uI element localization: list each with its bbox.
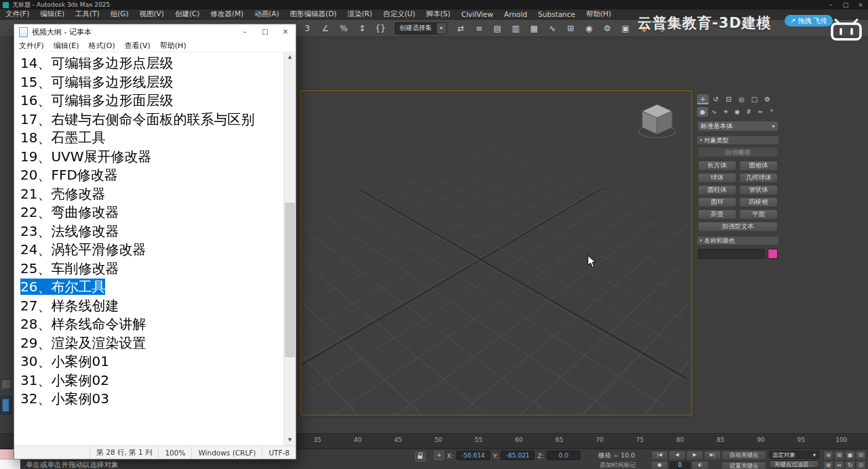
time-configuration-button[interactable]: ◐ — [692, 461, 709, 469]
schematic-view-icon[interactable]: ⊞ — [564, 22, 578, 35]
x-coordinate-field[interactable]: -50.614 — [456, 451, 490, 460]
object-type-button[interactable]: 平面 — [739, 209, 778, 220]
menu-item[interactable]: 帮助(H) — [580, 9, 616, 19]
rollout-collapse-icon[interactable]: ▾ — [700, 238, 703, 243]
menu-item[interactable]: 视图(V) — [134, 9, 170, 19]
previous-frame-button[interactable]: ◀ — [669, 451, 686, 460]
percent-snap-icon[interactable]: % — [336, 22, 351, 35]
object-name-field[interactable] — [698, 249, 765, 259]
set-key-button[interactable]: 设置关键点 — [722, 462, 766, 469]
maximize-viewport-icon[interactable]: ⊡ — [856, 461, 866, 469]
perspective-viewport[interactable] — [300, 90, 692, 415]
modify-tab-icon[interactable]: ↺ — [710, 94, 722, 104]
name-color-rollout-header[interactable]: ▾ 名称和颜色 — [697, 237, 778, 245]
menu-item[interactable]: 图形编辑器(D) — [285, 9, 342, 19]
notepad-scrollbar[interactable]: ▲ ▼ — [283, 52, 296, 445]
play-button[interactable]: ▶ — [686, 451, 703, 460]
motion-tab-icon[interactable]: ◎ — [736, 94, 747, 104]
left-rail-icon[interactable] — [1, 380, 11, 389]
zoom-extents-all-icon[interactable]: ⊟ — [856, 451, 866, 460]
menu-item[interactable]: 创建(C) — [170, 9, 205, 19]
menu-item[interactable]: 修改器(M) — [205, 9, 249, 19]
edit-named-selection-sets-icon[interactable]: {} — [373, 22, 388, 35]
transform-type-in-icon[interactable]: + — [434, 451, 444, 460]
primitive-type-dropdown[interactable]: 标准基本体 ▾ — [697, 121, 778, 131]
angle-snap-icon[interactable]: ∠ — [318, 22, 333, 35]
current-frame-field[interactable]: 0 — [669, 461, 691, 469]
named-selection-set-combo[interactable]: 创建选择集 ▾ — [395, 22, 447, 35]
notepad-menu-item[interactable]: 格式(O) — [83, 41, 119, 51]
object-type-button[interactable]: 球体 — [698, 173, 736, 183]
chevron-down-icon[interactable]: ▾ — [813, 451, 816, 459]
notepad-text-area[interactable]: 14、可编辑多边形点层级15、可编辑多边形线层级16、可编辑多边形面层级17、右… — [14, 52, 284, 445]
spinner-snap-icon[interactable]: ↕ — [355, 22, 370, 35]
z-coordinate-field[interactable]: 0.0 — [547, 451, 580, 460]
autogrid-toggle[interactable]: 自动栅格 — [698, 147, 778, 157]
pan-icon[interactable]: ⇔ — [834, 461, 844, 469]
object-type-button[interactable]: 长方体 — [698, 161, 736, 171]
mini-listener-script-row[interactable] — [0, 460, 20, 469]
auto-key-button[interactable]: 自动关键点 — [722, 451, 766, 460]
helpers-category-icon[interactable]: # — [743, 107, 754, 117]
systems-category-icon[interactable]: * — [766, 107, 777, 117]
create-tab-icon[interactable]: + — [697, 94, 709, 104]
shapes-category-icon[interactable]: ∿ — [709, 107, 719, 117]
object-type-button[interactable]: 圆锥体 — [739, 161, 778, 171]
textplus-button[interactable]: 加强型文本 — [698, 222, 778, 232]
y-coordinate-field[interactable]: -85.021 — [500, 451, 534, 460]
orbit-icon[interactable]: ↻ — [845, 461, 855, 469]
go-to-start-button[interactable]: |◀ — [651, 451, 668, 460]
go-to-end-button[interactable]: ▶| — [704, 451, 721, 460]
snaps-toggle-3d-icon[interactable]: 3 — [300, 22, 315, 35]
chevron-down-icon[interactable]: ▾ — [769, 123, 778, 129]
scene-explorer-icon[interactable]: ▤ — [490, 22, 505, 35]
maximize-button[interactable]: □ — [838, 0, 853, 9]
chevron-down-icon[interactable]: ▾ — [436, 23, 446, 34]
layer-explorer-icon[interactable]: ▥ — [509, 22, 524, 35]
maximize-button[interactable]: □ — [255, 24, 275, 39]
menu-item[interactable]: 工具(T) — [70, 9, 105, 19]
upload-pill-button[interactable]: ↗ 拖拽 飞传 — [785, 15, 833, 26]
mirror-icon[interactable]: ⇄ — [454, 22, 469, 35]
space-warps-category-icon[interactable]: ≈ — [755, 107, 766, 117]
zoom-all-icon[interactable]: ⊞ — [834, 451, 844, 460]
object-type-rollout-header[interactable]: ▾ 对象类型 — [697, 136, 778, 144]
menu-item[interactable]: Substance — [532, 10, 580, 18]
time-tag[interactable]: 添加时间标记 — [599, 461, 636, 469]
lights-category-icon[interactable]: ☀ — [720, 107, 731, 117]
notepad-titlebar[interactable]: 视频大纲 - 记事本 – □ × — [14, 24, 296, 39]
notepad-menu-item[interactable]: 文件(F) — [14, 41, 49, 51]
menu-item[interactable]: CivilView — [456, 10, 498, 18]
utilities-tab-icon[interactable]: ⚙ — [762, 94, 773, 104]
zoom-extents-icon[interactable]: ▣ — [845, 451, 855, 460]
viewcube[interactable] — [633, 99, 681, 142]
menu-item[interactable]: 文件(F) — [0, 9, 35, 19]
hierarchy-tab-icon[interactable]: ⊟ — [723, 94, 734, 104]
scroll-down-icon[interactable]: ▼ — [284, 435, 296, 445]
display-tab-icon[interactable]: □ — [749, 94, 760, 104]
material-editor-icon[interactable]: ◉ — [582, 22, 597, 35]
ribbon-toggle-icon[interactable]: ▦ — [527, 22, 542, 35]
key-filters-button[interactable]: 关键点过滤器... — [769, 460, 819, 468]
object-type-button[interactable]: 管状体 — [739, 185, 778, 195]
notepad-menu-item[interactable]: 编辑(E) — [49, 41, 84, 51]
minimize-button[interactable]: – — [823, 0, 838, 9]
close-button[interactable]: × — [275, 24, 296, 39]
scrollbar-thumb[interactable] — [285, 203, 295, 357]
cameras-category-icon[interactable]: ◉ — [732, 107, 743, 117]
close-button[interactable]: × — [853, 0, 868, 9]
zoom-icon[interactable]: ⊕ — [823, 451, 833, 460]
menu-item[interactable]: Arnold — [498, 10, 532, 18]
object-type-button[interactable]: 圆环 — [698, 197, 736, 207]
object-type-button[interactable]: 茶壶 — [698, 209, 736, 220]
notepad-menu-item[interactable]: 查看(V) — [120, 41, 155, 51]
object-type-button[interactable]: 四棱锥 — [739, 197, 778, 207]
selected-filter-dropdown[interactable]: 选定对象 ▾ — [769, 451, 819, 459]
menu-item[interactable]: 自定义(U) — [378, 9, 420, 19]
render-setup-icon[interactable]: ⚙ — [600, 22, 615, 35]
object-color-swatch[interactable] — [768, 249, 778, 259]
menu-item[interactable]: 脚本(S) — [420, 9, 456, 19]
menu-item[interactable]: 动画(A) — [249, 9, 284, 19]
menu-item[interactable]: 组(G) — [105, 9, 134, 19]
curve-editor-icon[interactable]: ∿ — [545, 22, 560, 35]
